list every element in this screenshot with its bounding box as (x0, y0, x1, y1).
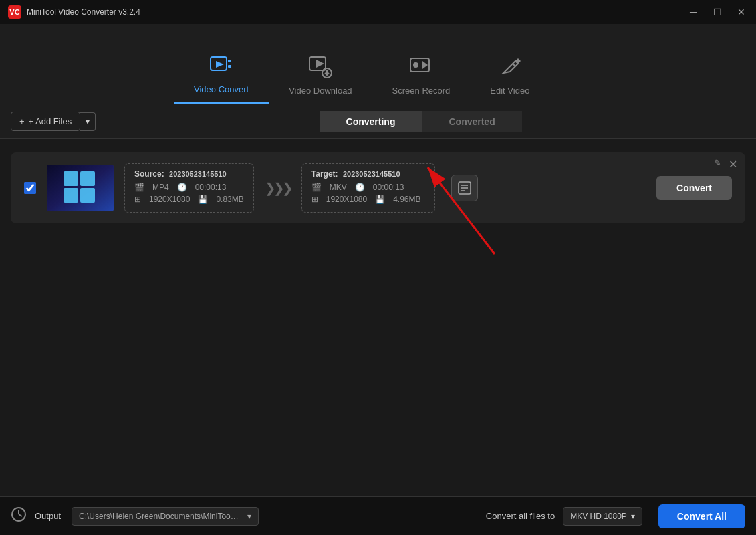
source-duration-icon: 🕐 (177, 183, 187, 192)
close-row-button[interactable]: ✕ (729, 158, 737, 171)
svg-rect-13 (47, 165, 114, 211)
minimize-button[interactable]: ─ (686, 5, 700, 19)
nav-tabs: Video Convert Video Download Screen Reco… (0, 24, 756, 104)
format-select-dropdown-icon: ▾ (631, 512, 635, 521)
titlebar-controls: ─ ☐ ✕ (686, 5, 748, 19)
target-info-box: Target: 20230523145510 🎬 MKV 🕐 00:00:13 … (301, 163, 435, 213)
change-format-button[interactable] (451, 175, 478, 201)
source-format-row: 🎬 MP4 🕐 00:00:13 (134, 183, 244, 192)
target-duration-icon: 🕐 (355, 183, 365, 192)
target-resolution-icon: ⊞ (311, 195, 318, 204)
svg-rect-14 (64, 171, 78, 186)
svg-rect-3 (228, 65, 231, 68)
source-format-icon: 🎬 (134, 183, 144, 192)
target-format-row: 🎬 MKV 🕐 00:00:13 (311, 183, 425, 192)
target-format: MKV (330, 183, 347, 192)
conversion-arrows: ❯❯❯ (265, 180, 291, 196)
svg-rect-16 (64, 188, 78, 203)
output-path-field[interactable]: C:\Users\Helen Green\Documents\MiniTool … (72, 507, 259, 526)
target-filesize: 4.96MB (393, 195, 420, 204)
tab-screen-record[interactable]: Screen Record (372, 46, 471, 104)
converted-tab[interactable]: Converted (422, 111, 521, 132)
target-size-row: ⊞ 1920X1080 💾 4.96MB (311, 195, 425, 204)
output-path-dropdown-icon: ▾ (247, 512, 251, 521)
add-files-label: + Add Files (29, 116, 72, 126)
thumbnail-image (47, 165, 114, 211)
format-select-dropdown[interactable]: MKV HD 1080P ▾ (563, 507, 642, 526)
target-filesize-icon: 💾 (375, 195, 385, 204)
main-content: Source: 20230523145510 🎬 MP4 🕐 00:00:13 … (0, 139, 756, 496)
output-label: Output (35, 511, 61, 521)
target-label: Target: 20230523145510 (311, 169, 425, 179)
source-resolution-icon: ⊞ (134, 195, 141, 204)
titlebar: VC MiniTool Video Converter v3.2.4 ─ ☐ ✕ (0, 0, 756, 24)
svg-marker-6 (316, 60, 324, 68)
convert-all-button[interactable]: Convert All (658, 504, 745, 528)
video-download-icon (308, 54, 332, 82)
output-path-text: C:\Users\Helen Green\Documents\MiniTool … (79, 512, 239, 521)
add-files-button[interactable]: + + Add Files (11, 112, 80, 131)
svg-marker-1 (216, 61, 224, 68)
source-filesize-icon: 💾 (198, 195, 208, 204)
edit-video-icon (498, 54, 522, 82)
add-files-dropdown-button[interactable]: ▾ (80, 112, 96, 131)
source-format: MP4 (152, 183, 169, 192)
source-size-row: ⊞ 1920X1080 💾 0.83MB (134, 195, 244, 204)
file-row: Source: 20230523145510 🎬 MP4 🕐 00:00:13 … (11, 152, 745, 223)
tab-video-convert-label: Video Convert (194, 84, 249, 94)
app-logo: VC (8, 5, 21, 19)
add-files-icon: + (19, 116, 25, 126)
titlebar-title: MiniTool Video Converter v3.2.4 (27, 7, 140, 17)
target-format-icon: 🎬 (311, 183, 322, 192)
target-duration: 00:00:13 (373, 183, 404, 192)
tab-edit-video[interactable]: Edit Video (470, 46, 549, 104)
svg-rect-17 (80, 188, 95, 203)
target-resolution: 1920X1080 (326, 195, 367, 204)
toolbar: + + Add Files ▾ Converting Converted (0, 104, 756, 139)
format-select-value: MKV HD 1080P (570, 512, 627, 521)
convert-all-files-label: Convert all files to (486, 511, 555, 521)
screen-record-icon (409, 54, 433, 82)
titlebar-left: VC MiniTool Video Converter v3.2.4 (8, 5, 140, 19)
svg-rect-2 (228, 60, 231, 62)
tab-screen-record-label: Screen Record (392, 86, 451, 96)
file-checkbox[interactable] (24, 182, 36, 194)
close-button[interactable]: ✕ (735, 5, 748, 19)
svg-line-26 (19, 514, 22, 516)
svg-line-12 (513, 64, 515, 66)
converting-converted-tabs: Converting Converted (320, 111, 522, 132)
svg-rect-15 (80, 171, 95, 186)
bottom-bar: Output C:\Users\Helen Green\Documents\Mi… (0, 496, 756, 535)
tab-video-download-label: Video Download (289, 86, 352, 96)
source-info-box: Source: 20230523145510 🎬 MP4 🕐 00:00:13 … (124, 163, 254, 213)
output-clock-icon (11, 506, 27, 526)
converting-tab[interactable]: Converting (320, 111, 422, 132)
source-label: Source: 20230523145510 (134, 169, 244, 179)
maximize-button[interactable]: ☐ (711, 5, 724, 19)
source-filesize: 0.83MB (216, 195, 243, 204)
tab-video-download[interactable]: Video Download (269, 46, 372, 104)
source-duration: 00:00:13 (195, 183, 227, 192)
edit-target-button[interactable]: ✎ (714, 158, 721, 168)
tab-video-convert[interactable]: Video Convert (174, 45, 269, 104)
tab-edit-video-label: Edit Video (490, 86, 529, 96)
svg-point-11 (413, 62, 418, 68)
source-resolution: 1920X1080 (149, 195, 190, 204)
video-convert-icon (209, 53, 233, 80)
svg-rect-4 (228, 62, 231, 65)
file-thumbnail (47, 165, 114, 211)
svg-marker-10 (422, 61, 428, 69)
convert-button[interactable]: Convert (656, 176, 732, 200)
